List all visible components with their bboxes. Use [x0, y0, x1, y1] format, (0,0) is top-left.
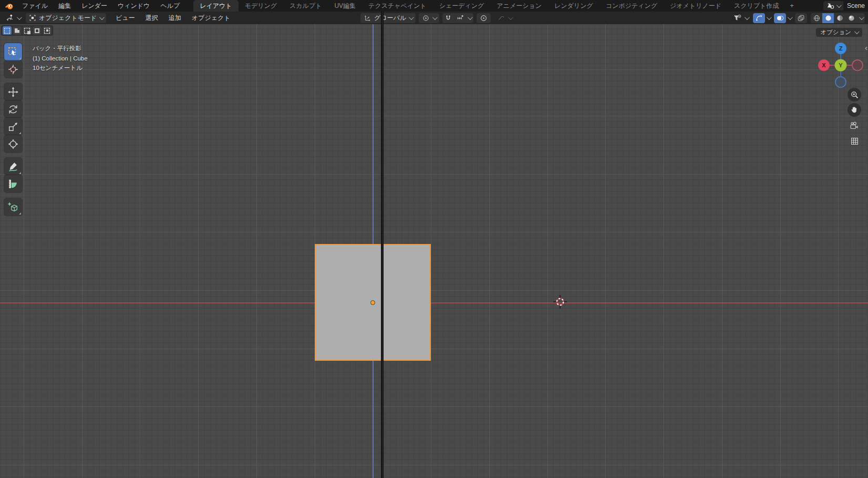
subtool-corner — [19, 212, 21, 215]
rotate-tool[interactable] — [4, 100, 22, 118]
menu-edit[interactable]: 編集 — [53, 0, 76, 12]
object-visibility-dropdown[interactable] — [732, 13, 749, 23]
tab-compositing[interactable]: コンポジティング — [600, 0, 664, 12]
shading-wireframe-button[interactable] — [811, 13, 822, 23]
pan-button[interactable] — [848, 103, 861, 117]
pivot-point-dropdown[interactable] — [419, 13, 439, 23]
menu-view[interactable]: ビュー — [110, 12, 140, 24]
menu-select[interactable]: 選択 — [140, 12, 163, 24]
select-invert-icon — [35, 28, 39, 33]
snap-cluster — [442, 13, 473, 23]
scene-icon — [826, 2, 834, 9]
header-center-cluster: グローバル — [360, 12, 515, 24]
tab-texture-paint[interactable]: テクスチャペイント — [362, 0, 433, 12]
transform-orientation-icon — [364, 14, 371, 22]
chevron-down-icon — [17, 15, 22, 20]
ortho-toggle-button[interactable] — [848, 134, 861, 148]
proportional-editing-icon — [480, 14, 488, 22]
select-set-icon — [4, 28, 10, 34]
overlays-dropdown[interactable] — [788, 15, 793, 20]
xray-toggle-button[interactable] — [795, 13, 807, 23]
chevron-down-icon[interactable] — [466, 13, 473, 23]
gizmo-dropdown[interactable] — [767, 15, 772, 20]
camera-view-button[interactable] — [848, 119, 861, 133]
shading-material-button[interactable] — [834, 13, 845, 23]
workspace-tabs: レイアウト モデリング スカルプト UV編集 テクスチャペイント シェーディング… — [193, 0, 799, 12]
select-box-tool[interactable] — [4, 43, 22, 60]
transform-orientation-dropdown[interactable]: グローバル — [360, 13, 416, 23]
area-divider[interactable] — [381, 12, 384, 478]
snap-toggle-button[interactable] — [442, 13, 454, 23]
scene-selector[interactable] — [823, 1, 843, 11]
sidebar-toggle-arrow[interactable]: ‹ — [865, 44, 867, 52]
camera-icon — [850, 121, 860, 130]
pivot-point-icon — [422, 14, 430, 22]
proportional-editing-toggle[interactable] — [477, 13, 491, 23]
select-mode-invert-button[interactable] — [33, 26, 42, 35]
add-cube-tool[interactable] — [4, 198, 22, 216]
chevron-down-icon — [432, 15, 438, 20]
select-mode-subtract-button[interactable] — [23, 26, 32, 35]
editor-type-icon — [5, 14, 14, 22]
tab-rendering[interactable]: レンダリング — [548, 0, 600, 12]
axis-gizmo[interactable]: Z X Y — [813, 38, 868, 93]
toolbar — [4, 43, 22, 216]
grid-icon — [850, 137, 859, 146]
transform-orientation-label: グローバル — [374, 14, 406, 23]
tab-shading[interactable]: シェーディング — [433, 0, 491, 12]
tab-uv-editing[interactable]: UV編集 — [328, 0, 362, 12]
menu-help[interactable]: ヘルプ — [155, 0, 185, 12]
select-mode-intersect-button[interactable] — [43, 26, 51, 35]
gizmo-neg-x-ball[interactable] — [852, 60, 863, 70]
measure-tool[interactable] — [4, 175, 22, 192]
snap-increment-icon — [456, 14, 464, 22]
tab-layout[interactable]: レイアウト — [193, 0, 238, 12]
gizmo-neg-z-ball[interactable] — [835, 77, 846, 87]
topbar-right: Scene — [823, 0, 868, 12]
subtool-corner — [19, 132, 21, 134]
menu-render[interactable]: レンダー — [76, 0, 112, 12]
select-subtract-icon — [24, 28, 30, 34]
scale-tool[interactable] — [4, 118, 22, 135]
viewport-overlay-text: バック・平行投影 (1) Collection | Cube 10センチメートル — [33, 44, 88, 73]
snap-target-dropdown[interactable] — [454, 13, 466, 23]
gizmo-toggle-button[interactable] — [753, 13, 765, 23]
tab-scripting[interactable]: スクリプト作成 — [728, 0, 785, 12]
scene-name-field[interactable]: Scene — [844, 2, 868, 9]
select-mode-extend-button[interactable] — [13, 26, 22, 35]
shading-solid-button[interactable] — [822, 13, 834, 23]
material-shading-icon — [836, 14, 844, 22]
move-tool[interactable] — [4, 83, 22, 100]
menu-window[interactable]: ウィンドウ — [112, 0, 155, 12]
zoom-button[interactable] — [848, 88, 861, 101]
zoom-icon — [850, 90, 859, 99]
menu-file[interactable]: ファイル — [17, 0, 53, 12]
viewport-3d[interactable]: バック・平行投影 (1) Collection | Cube 10センチメートル… — [0, 24, 868, 478]
shading-rendered-button[interactable] — [845, 13, 857, 23]
xray-icon — [797, 14, 805, 22]
annotate-tool[interactable] — [4, 158, 22, 175]
snap-magnet-icon — [445, 14, 452, 22]
overlays-toggle-button[interactable] — [774, 13, 786, 23]
editor-type-button[interactable] — [2, 13, 24, 23]
tab-modeling[interactable]: モデリング — [239, 0, 283, 12]
tab-animation[interactable]: アニメーション — [490, 0, 548, 12]
shading-mode-cluster — [811, 13, 865, 23]
shading-dropdown[interactable] — [857, 13, 865, 23]
tab-geometry-nodes[interactable]: ジオメトリノード — [664, 0, 728, 12]
object-mode-dropdown[interactable]: オブジェクトモード — [26, 13, 106, 23]
object-mode-icon — [29, 14, 36, 22]
select-mode-set-button[interactable] — [3, 26, 12, 35]
transform-tool[interactable] — [4, 135, 22, 152]
add-workspace-button[interactable]: + — [785, 0, 799, 12]
grid-scale-label: 10センチメートル — [33, 63, 88, 73]
hand-icon — [850, 106, 859, 114]
tab-sculpting[interactable]: スカルプト — [283, 0, 328, 12]
view-label: バック・平行投影 — [33, 44, 88, 54]
menu-object[interactable]: オブジェクト — [187, 12, 236, 24]
chevron-down-icon — [99, 15, 105, 20]
blender-logo-icon[interactable] — [4, 2, 14, 10]
menu-add[interactable]: 追加 — [163, 12, 187, 24]
cursor-tool[interactable] — [4, 60, 22, 78]
options-dropdown[interactable]: オプション — [816, 28, 862, 37]
